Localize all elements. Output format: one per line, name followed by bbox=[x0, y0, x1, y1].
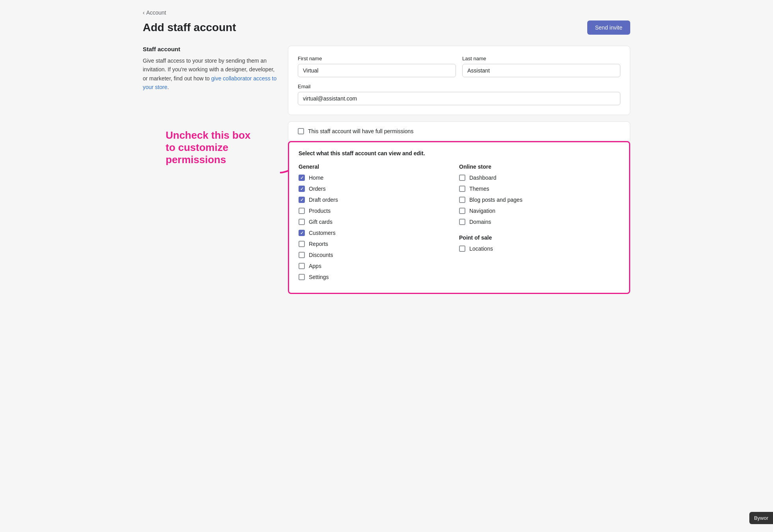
permission-checkbox[interactable] bbox=[459, 219, 465, 225]
staff-info-card: First name Last name Email bbox=[288, 46, 630, 115]
last-name-label: Last name bbox=[462, 56, 620, 61]
general-title: General bbox=[299, 164, 459, 170]
last-name-input[interactable] bbox=[462, 64, 620, 77]
page-title: Add staff account bbox=[143, 21, 236, 34]
permission-label: Draft orders bbox=[309, 197, 338, 203]
point-of-sale-title: Point of sale bbox=[459, 234, 620, 241]
list-item: Discounts bbox=[299, 252, 459, 258]
point-of-sale-section: Point of sale Locations bbox=[459, 234, 620, 252]
permission-checkbox[interactable] bbox=[459, 175, 465, 181]
permission-label: Blog posts and pages bbox=[469, 197, 523, 203]
permissions-header: Select what this staff account can view … bbox=[299, 150, 620, 156]
permission-checkbox[interactable] bbox=[299, 186, 305, 192]
list-item: Reports bbox=[299, 241, 459, 247]
permission-checkbox[interactable] bbox=[459, 208, 465, 214]
permission-label: Domains bbox=[469, 219, 491, 225]
permission-checkbox[interactable] bbox=[299, 197, 305, 203]
permission-checkbox[interactable] bbox=[459, 186, 465, 192]
full-permissions-label: This staff account will have full permis… bbox=[308, 128, 413, 134]
list-item: Gift cards bbox=[299, 219, 459, 225]
permission-label: Navigation bbox=[469, 208, 495, 214]
permission-label: Orders bbox=[309, 186, 326, 192]
left-panel-description: Give staff access to your store by sendi… bbox=[143, 56, 277, 92]
general-column: General HomeOrdersDraft ordersProductsGi… bbox=[299, 164, 459, 285]
permission-checkbox[interactable] bbox=[299, 263, 305, 269]
online-store-title: Online store bbox=[459, 164, 620, 170]
permission-checkbox[interactable] bbox=[299, 175, 305, 181]
permission-checkbox[interactable] bbox=[299, 252, 305, 258]
permission-checkbox[interactable] bbox=[299, 241, 305, 247]
permission-label: Dashboard bbox=[469, 175, 497, 181]
annotation-wrapper: Uncheck this boxto customize permissions… bbox=[288, 121, 630, 294]
full-permissions-checkbox[interactable] bbox=[298, 128, 304, 134]
permission-label: Home bbox=[309, 175, 323, 181]
online-store-column: Online store DashboardThemesBlog posts a… bbox=[459, 164, 620, 285]
full-permissions-row: This staff account will have full permis… bbox=[288, 121, 630, 141]
first-name-label: First name bbox=[298, 56, 456, 61]
list-item: Home bbox=[299, 175, 459, 181]
permission-checkbox[interactable] bbox=[299, 230, 305, 236]
permission-checkbox[interactable] bbox=[459, 246, 465, 252]
permission-label: Settings bbox=[309, 274, 329, 280]
breadcrumb-label: Account bbox=[146, 9, 166, 16]
email-input[interactable] bbox=[298, 92, 620, 105]
first-name-group: First name bbox=[298, 56, 456, 77]
permission-label: Gift cards bbox=[309, 219, 332, 225]
permission-checkbox[interactable] bbox=[459, 197, 465, 203]
list-item: Apps bbox=[299, 263, 459, 269]
permission-label: Locations bbox=[469, 246, 493, 252]
list-item: Draft orders bbox=[299, 197, 459, 203]
breadcrumb[interactable]: ‹ Account bbox=[143, 9, 630, 16]
left-panel-title: Staff account bbox=[143, 46, 277, 52]
name-row: First name Last name bbox=[298, 56, 620, 77]
permission-label: Reports bbox=[309, 241, 328, 247]
permission-label: Discounts bbox=[309, 252, 333, 258]
permission-checkbox[interactable] bbox=[299, 208, 305, 214]
permission-checkbox[interactable] bbox=[299, 219, 305, 225]
permission-label: Customers bbox=[309, 230, 336, 236]
last-name-group: Last name bbox=[462, 56, 620, 77]
left-panel: Staff account Give staff access to your … bbox=[143, 46, 277, 92]
list-item: Dashboard bbox=[459, 175, 620, 181]
permission-label: Products bbox=[309, 208, 330, 214]
page-header: Add staff account Send invite bbox=[143, 20, 630, 35]
permissions-grid: General HomeOrdersDraft ordersProductsGi… bbox=[299, 164, 620, 285]
email-group: Email bbox=[298, 84, 620, 105]
list-item: Orders bbox=[299, 186, 459, 192]
list-item: Blog posts and pages bbox=[459, 197, 620, 203]
annotation-text: Uncheck this boxto customize permissions bbox=[166, 129, 276, 166]
content-layout: Staff account Give staff access to your … bbox=[143, 46, 630, 294]
list-item: Navigation bbox=[459, 208, 620, 214]
list-item: Products bbox=[299, 208, 459, 214]
list-item: Locations bbox=[459, 246, 620, 252]
permission-checkbox[interactable] bbox=[299, 274, 305, 280]
back-arrow-icon: ‹ bbox=[143, 9, 145, 16]
list-item: Themes bbox=[459, 186, 620, 192]
list-item: Customers bbox=[299, 230, 459, 236]
right-panel: First name Last name Email Uncheck this bbox=[288, 46, 630, 294]
permission-label: Apps bbox=[309, 263, 321, 269]
first-name-input[interactable] bbox=[298, 64, 456, 77]
send-invite-button[interactable]: Send invite bbox=[587, 20, 630, 35]
email-label: Email bbox=[298, 84, 620, 89]
list-item: Domains bbox=[459, 219, 620, 225]
list-item: Settings bbox=[299, 274, 459, 280]
permissions-section: Select what this staff account can view … bbox=[288, 141, 630, 294]
permission-label: Themes bbox=[469, 186, 489, 192]
